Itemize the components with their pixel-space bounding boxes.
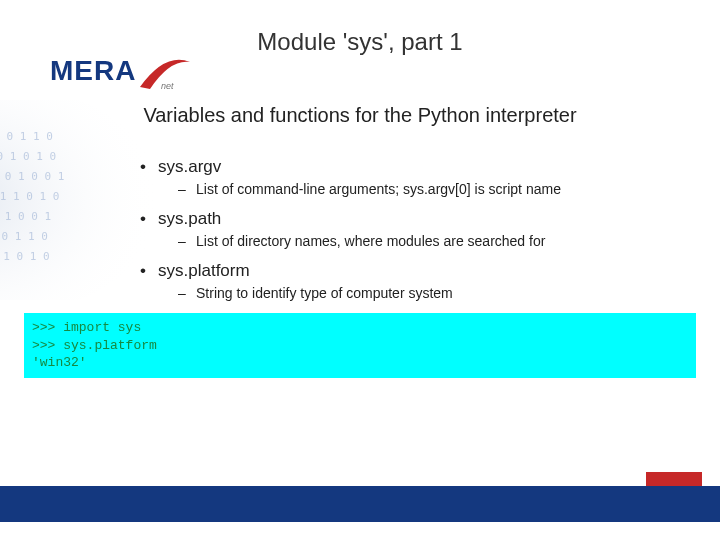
item-name: sys.path	[158, 209, 221, 228]
footer-bar	[0, 486, 720, 522]
item-desc: String to identify type of computer syst…	[158, 285, 720, 301]
footer-red-accent	[646, 472, 702, 486]
svg-text:1 0 0 1 1 0: 1 0 0 1 1 0	[0, 230, 48, 243]
mera-logo: MERA net	[50, 55, 136, 87]
item-name: sys.argv	[158, 157, 221, 176]
svg-text:1 0 0 1 1 0 1 0: 1 0 0 1 1 0 1 0	[0, 190, 59, 203]
item-desc: List of command-line arguments; sys.argv…	[158, 181, 720, 197]
svg-text:0 1 0 1 1 0: 0 1 0 1 1 0	[0, 130, 53, 143]
svg-text:1 0 0 1 0 1 0: 1 0 0 1 0 1 0	[0, 150, 56, 163]
svg-point-0	[0, 100, 160, 300]
logo-text: MERA	[50, 55, 136, 86]
svg-text:net: net	[161, 81, 174, 91]
list-item: sys.platform String to identify type of …	[140, 261, 720, 301]
svg-text:0 1 1 0 1 0 0 1: 0 1 1 0 1 0 0 1	[0, 170, 64, 183]
svg-text:0 1 0 1 0 0 1: 0 1 0 1 0 0 1	[0, 210, 51, 223]
item-name: sys.platform	[158, 261, 250, 280]
slide-title: Module 'sys', part 1	[0, 0, 720, 56]
list-item: sys.argv List of command-line arguments;…	[140, 157, 720, 197]
bullet-list: sys.argv List of command-line arguments;…	[140, 157, 720, 301]
slide-subtitle: Variables and functions for the Python i…	[0, 104, 720, 127]
svg-text:0 1 0 1 0: 0 1 0 1 0	[0, 250, 50, 263]
list-item: sys.path List of directory names, where …	[140, 209, 720, 249]
item-desc: List of directory names, where modules a…	[158, 233, 720, 249]
code-example: >>> import sys >>> sys.platform 'win32'	[24, 313, 696, 378]
